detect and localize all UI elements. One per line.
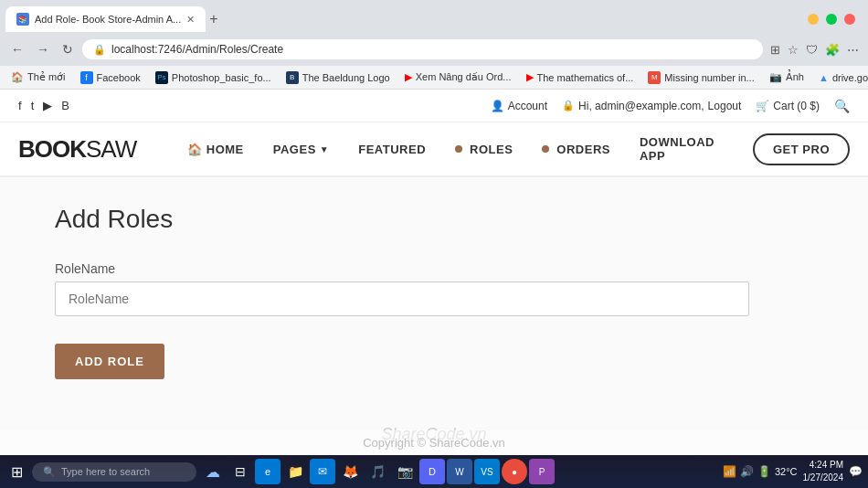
nav-featured[interactable]: FEATURED [344, 122, 440, 176]
twitter-social-icon[interactable]: t [31, 99, 35, 112]
window-controls [808, 14, 863, 25]
taskbar-search-box[interactable]: 🔍 Type here to search [32, 462, 196, 482]
site-wrapper: f t ▶ B 👤 Account 🔒 Hi, admin@example.co… [0, 90, 868, 455]
account-link[interactable]: 👤 Account [491, 100, 547, 112]
rolename-input[interactable] [55, 281, 749, 316]
taskbar-app-email[interactable]: ✉ [310, 459, 335, 484]
nav-download-app[interactable]: DOWNLOAD APP [625, 122, 753, 176]
orders-circle-icon [542, 145, 549, 153]
taskbar-app-taskview[interactable]: ⊟ [228, 459, 253, 484]
url-text: localhost:7246/Admin/Roles/Create [111, 43, 283, 56]
roles-circle-icon [455, 145, 462, 153]
photos-favicon: 📷 [769, 71, 782, 83]
system-tray: 📶 🔊 🔋 32°C [723, 465, 798, 478]
facebook-social-icon[interactable]: f [18, 99, 22, 112]
rolename-form-group: RoleName [55, 261, 813, 316]
page-content: Add Roles RoleName ADD ROLE ShareCode.vn [0, 177, 868, 455]
bookmark-icon[interactable]: ☆ [786, 41, 800, 58]
topbar-links: 👤 Account 🔒 Hi, admin@example.com, Logou… [491, 99, 850, 113]
copyright-footer: Copyright © ShareCode.vn [0, 430, 868, 455]
hi-admin-text: 🔒 Hi, admin@example.com, Logout [562, 100, 741, 112]
settings-icon[interactable]: ⋯ [845, 41, 861, 58]
time-display[interactable]: 4:24 PM 1/27/2024 [803, 459, 844, 484]
volume-icon[interactable]: 🔊 [740, 465, 754, 478]
youtube2-favicon: ▶ [526, 71, 534, 83]
window-minimize[interactable] [808, 14, 819, 25]
bookmark-youtube1[interactable]: ▶ Xem Nâng dấu Ord... [401, 69, 515, 85]
taskbar-app-edge[interactable]: e [255, 459, 281, 484]
refresh-button[interactable]: ↻ [58, 40, 77, 58]
forward-button[interactable]: → [33, 40, 53, 58]
taskbar-app-discord[interactable]: D [419, 459, 445, 484]
bookmark-icon-new: 🏠 [11, 71, 24, 83]
site-logo[interactable]: BOOKSAW [18, 135, 136, 164]
nav-pages[interactable]: PAGES ▼ [259, 122, 344, 176]
window-close[interactable] [844, 14, 855, 25]
facebook-favicon: f [80, 71, 93, 84]
bookmark-photos[interactable]: 📷 Ảnh [766, 69, 808, 85]
page-title: Add Roles [55, 205, 813, 234]
bookmark-missing[interactable]: M Missing number in... [644, 69, 757, 86]
battery-icon[interactable]: 🔋 [757, 465, 771, 478]
translate-icon[interactable]: ⊞ [768, 41, 782, 58]
bookmark-drive[interactable]: ▲ drive.google.com [815, 70, 868, 85]
behance-social-icon[interactable]: B [61, 99, 69, 112]
nav-orders[interactable]: ORDERS [527, 122, 625, 176]
nav-links: 🏠 HOME PAGES ▼ FEATURED ROLES ORDERS DOW… [173, 122, 753, 176]
nav-home[interactable]: 🏠 HOME [173, 122, 259, 176]
taskbar-right: 📶 🔊 🔋 32°C 4:24 PM 1/27/2024 💬 [723, 459, 863, 484]
tab-bar: 📚 Add Role- Book Store-Admin A... ✕ + [0, 0, 868, 33]
taskbar-app-files[interactable]: 📁 [282, 459, 308, 484]
site-topbar: f t ▶ B 👤 Account 🔒 Hi, admin@example.co… [0, 90, 868, 122]
browser-toolbar-icons: ⊞ ☆ 🛡 🧩 ⋯ [768, 41, 861, 58]
taskbar-app-music[interactable]: 🎵 [365, 459, 390, 484]
back-button[interactable]: ← [7, 40, 27, 58]
cart-link[interactable]: 🛒 Cart (0 $) [756, 100, 820, 112]
tab-title: Add Role- Book Store-Admin A... [35, 14, 181, 25]
network-icon[interactable]: 📶 [723, 465, 736, 478]
taskbar-app-firefox[interactable]: 🦊 [337, 459, 363, 484]
bookmark-photoshop[interactable]: Ps Photoshop_basic_fo... [152, 69, 275, 86]
baeldung-favicon: B [286, 71, 299, 84]
taskbar-app-word[interactable]: W [447, 459, 472, 484]
taskbar-app-record[interactable]: ● [502, 459, 527, 484]
address-bar-row: ← → ↻ 🔒 localhost:7246/Admin/Roles/Creat… [0, 33, 868, 66]
bookmarks-bar: 🏠 Thẻ mới f Facebook Ps Photoshop_basic_… [0, 66, 868, 90]
add-role-button[interactable]: ADD ROLE [55, 344, 164, 379]
bookmark-facebook[interactable]: f Facebook [77, 69, 144, 86]
start-button[interactable]: ⊞ [5, 460, 28, 484]
bookmark-baeldung[interactable]: B The Baeldung Logo [282, 69, 394, 86]
youtube-favicon: ▶ [405, 71, 412, 83]
youtube-social-icon[interactable]: ▶ [43, 99, 52, 112]
nav-roles[interactable]: ROLES [440, 122, 527, 176]
get-pro-button[interactable]: GET PRO [753, 133, 850, 165]
account-icon: 👤 [491, 100, 504, 112]
photoshop-favicon: Ps [155, 71, 168, 84]
shield-icon[interactable]: 🛡 [804, 41, 820, 58]
temperature-text: 32°C [775, 466, 798, 477]
drive-favicon: ▲ [819, 72, 829, 83]
main-navigation: BOOKSAW 🏠 HOME PAGES ▼ FEATURED ROLES OR… [0, 122, 868, 177]
new-tab-button[interactable]: + [209, 11, 217, 27]
missing-favicon: M [648, 71, 661, 84]
taskbar-app-vscode[interactable]: VS [474, 459, 500, 484]
social-links: f t ▶ B [18, 99, 69, 112]
extensions-icon[interactable]: 🧩 [823, 41, 842, 58]
taskbar-app-purple[interactable]: P [529, 459, 555, 484]
cart-icon: 🛒 [756, 100, 769, 112]
address-bar[interactable]: 🔒 localhost:7246/Admin/Roles/Create [82, 39, 763, 59]
cloud-icon: ☁ [206, 463, 220, 481]
taskbar-apps: ⊟ e 📁 ✉ 🦊 🎵 📷 D W VS ● P [228, 459, 555, 484]
tab-favicon: 📚 [16, 13, 29, 26]
bookmark-new[interactable]: 🏠 Thẻ mới [7, 69, 69, 85]
taskbar-search-icon: 🔍 [43, 466, 56, 478]
tab-close-button[interactable]: ✕ [186, 14, 195, 26]
bookmark-youtube2[interactable]: ▶ The mathematics of... [523, 69, 638, 85]
browser-chrome: 📚 Add Role- Book Store-Admin A... ✕ + ← … [0, 0, 868, 90]
window-maximize[interactable] [826, 14, 837, 25]
active-tab[interactable]: 📚 Add Role- Book Store-Admin A... ✕ [5, 6, 206, 32]
search-icon[interactable]: 🔍 [834, 99, 850, 113]
taskbar-app-camera[interactable]: 📷 [392, 459, 418, 484]
notification-icon[interactable]: 💬 [849, 465, 863, 478]
taskbar: ⊞ 🔍 Type here to search ☁ ⊟ e 📁 ✉ 🦊 🎵 📷 … [0, 455, 868, 488]
